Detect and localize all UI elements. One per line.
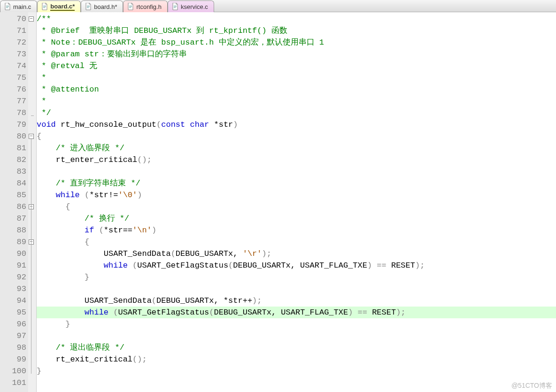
line-number: 78 — [0, 107, 26, 119]
code-token: { — [37, 238, 89, 246]
line-number: 101 — [0, 377, 26, 389]
code-line[interactable] — [37, 377, 556, 389]
code-token: ); — [396, 308, 405, 317]
code-line[interactable]: * @param str：要输出到串口的字符串 — [37, 48, 556, 60]
code-line[interactable]: rt_exit_critical(); — [37, 354, 556, 365]
code-token: ) == — [348, 308, 372, 317]
code-line[interactable]: USART_SendData(DEBUG_USARTx, '\r'); — [37, 248, 556, 260]
line-number: 70 — [0, 13, 26, 25]
code-line[interactable] — [37, 283, 556, 295]
code-token: RESET — [391, 261, 415, 270]
code-line[interactable]: void rt_hw_console_output(const char *st… — [37, 119, 556, 131]
code-token: /* 直到字符串结束 */ — [56, 179, 140, 188]
line-number: 100 — [0, 365, 26, 377]
code-token: rt_hw_console_output — [56, 120, 156, 129]
file-icon — [4, 3, 11, 10]
code-token: ( — [209, 308, 214, 317]
code-token — [37, 214, 85, 223]
code-view[interactable]: /** * @brief 重映射串口 DEBUG_USARTx 到 rt_kpr… — [37, 12, 556, 392]
code-line[interactable]: } — [37, 365, 556, 377]
line-number: 89 — [0, 236, 26, 248]
code-line[interactable]: * — [37, 95, 556, 107]
code-line[interactable]: { — [37, 201, 556, 213]
code-line[interactable]: * @retval 无 — [37, 60, 556, 72]
code-line[interactable]: while (USART_GetFlagStatus(DEBUG_USARTx,… — [37, 260, 556, 271]
code-token: ) — [233, 120, 238, 129]
code-token: /* 退出临界段 */ — [56, 343, 124, 352]
code-line[interactable]: * — [37, 72, 556, 84]
code-token: DEBUG_USARTx, *str++ — [156, 296, 252, 305]
code-token: const — [161, 120, 185, 129]
code-line[interactable]: * Note：DEBUG_USARTx 是在 bsp_usart.h 中定义的宏… — [37, 37, 556, 48]
code-line[interactable]: } — [37, 271, 556, 283]
line-number: 84 — [0, 177, 26, 189]
code-token — [37, 191, 56, 200]
tab-board-c-[interactable]: board.c* — [37, 0, 81, 12]
line-number: 99 — [0, 354, 26, 365]
code-line[interactable]: /** — [37, 13, 556, 25]
code-token: ( — [99, 226, 104, 235]
fold-toggle-icon[interactable]: − — [29, 16, 34, 22]
line-number: 81 — [0, 142, 26, 154]
code-token: ( — [85, 191, 89, 200]
code-token: */ — [37, 108, 51, 117]
fold-toggle-icon[interactable]: − — [29, 134, 34, 139]
line-number: 79 — [0, 119, 26, 131]
code-token: while — [104, 261, 128, 270]
code-line[interactable]: { — [37, 131, 556, 142]
code-token: ) == — [367, 261, 391, 270]
code-token: /* 换行 */ — [85, 214, 129, 223]
code-line[interactable]: while (*str!='\0') — [37, 189, 556, 201]
line-number-gutter: 7071727374757677787980818283848586878889… — [0, 12, 28, 392]
tab-kservice-c[interactable]: kservice.c — [168, 0, 214, 12]
code-token: /** — [37, 15, 51, 23]
line-number: 85 — [0, 189, 26, 201]
file-icon — [172, 3, 178, 10]
code-token — [37, 343, 56, 352]
code-token: '\r' — [243, 249, 262, 258]
code-token: * @attention — [37, 85, 99, 94]
code-line[interactable]: */ — [37, 107, 556, 119]
code-token — [80, 191, 85, 200]
code-line[interactable]: if (*str=='\n') — [37, 224, 556, 236]
code-token: DEBUG_USARTx, USART_FLAG_TXE — [233, 261, 367, 270]
code-token: if — [85, 226, 94, 235]
code-token: *str — [209, 120, 233, 129]
line-number: 83 — [0, 166, 26, 177]
code-token: ) — [137, 191, 142, 200]
tab-board-h-[interactable]: board.h* — [81, 0, 123, 12]
code-line[interactable]: * @attention — [37, 84, 556, 95]
code-line[interactable]: } — [37, 318, 556, 330]
line-number: 77 — [0, 95, 26, 107]
code-token: ( — [171, 249, 176, 258]
code-line[interactable] — [37, 330, 556, 342]
tab-label: kservice.c — [181, 3, 208, 10]
tab-main-c[interactable]: main.c — [0, 0, 37, 12]
tab-rtconfig-h[interactable]: rtconfig.h — [123, 0, 167, 12]
code-line[interactable]: * @brief 重映射串口 DEBUG_USARTx 到 rt_kprintf… — [37, 25, 556, 37]
code-line[interactable] — [37, 166, 556, 177]
code-token: DEBUG_USARTx, — [176, 249, 243, 258]
file-icon — [127, 3, 134, 10]
line-number: 98 — [0, 342, 26, 354]
tab-label: rtconfig.h — [136, 3, 161, 10]
code-line[interactable]: rt_enter_critical(); — [37, 154, 556, 166]
code-token: *str!= — [89, 191, 118, 200]
code-line[interactable]: while (USART_GetFlagStatus(DEBUG_USARTx,… — [37, 307, 556, 318]
code-line[interactable]: /* 直到字符串结束 */ — [37, 177, 556, 189]
tab-label: board.c* — [50, 3, 75, 11]
code-line[interactable]: /* 换行 */ — [37, 213, 556, 224]
line-number: 74 — [0, 60, 26, 72]
line-number: 90 — [0, 248, 26, 260]
code-token: * Note：DEBUG_USARTx 是在 bsp_usart.h 中定义的宏… — [37, 38, 324, 47]
code-token: USART_GetFlagStatus — [118, 308, 209, 317]
code-line[interactable]: /* 退出临界段 */ — [37, 342, 556, 354]
code-token: '\n' — [132, 226, 152, 235]
code-line[interactable]: USART_SendData(DEBUG_USARTx, *str++); — [37, 295, 556, 307]
code-token — [37, 308, 85, 317]
code-token: { — [37, 132, 41, 141]
code-line[interactable]: /* 进入临界段 */ — [37, 142, 556, 154]
line-number: 73 — [0, 48, 26, 60]
code-token: void — [37, 120, 56, 129]
code-line[interactable]: { — [37, 236, 556, 248]
